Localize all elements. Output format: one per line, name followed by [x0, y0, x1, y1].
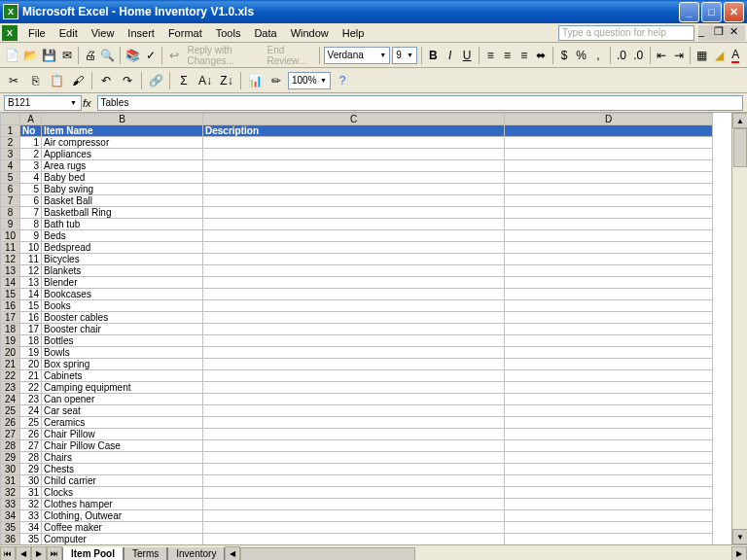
cell-item-name[interactable]: Bowls: [42, 347, 203, 359]
cell[interactable]: [505, 429, 713, 440]
cell[interactable]: [505, 172, 713, 184]
select-all-cell[interactable]: [1, 114, 20, 125]
cell-no[interactable]: 10: [20, 242, 42, 254]
spelling-icon[interactable]: ✓: [143, 46, 158, 65]
redo-icon[interactable]: ↷: [118, 71, 137, 90]
menu-edit[interactable]: Edit: [53, 25, 85, 41]
cell-item-name[interactable]: Basket Ball: [42, 195, 203, 207]
print-preview-icon[interactable]: 🔍: [99, 46, 116, 65]
cell[interactable]: [505, 254, 713, 265]
cell-description[interactable]: [203, 172, 505, 184]
cell-no[interactable]: 22: [20, 382, 42, 394]
hscroll-thumb[interactable]: [240, 547, 415, 561]
cell[interactable]: [505, 242, 713, 254]
cell-no[interactable]: 7: [20, 207, 42, 219]
cell-item-name[interactable]: Camping equipment: [42, 382, 203, 394]
cell[interactable]: [505, 359, 713, 370]
cell-description[interactable]: [203, 137, 505, 149]
bold-icon[interactable]: B: [426, 46, 441, 65]
row-header[interactable]: 7: [1, 195, 20, 207]
increase-indent-icon[interactable]: ⇥: [671, 46, 686, 65]
cell-item-name[interactable]: Area rugs: [42, 160, 203, 172]
cell-item-name[interactable]: Appliances: [42, 149, 203, 160]
cell-description[interactable]: [203, 359, 505, 370]
cell-description[interactable]: [203, 440, 505, 452]
cell-description[interactable]: [203, 487, 505, 499]
cell[interactable]: [505, 417, 713, 429]
cell[interactable]: [505, 265, 713, 277]
menu-tools[interactable]: Tools: [209, 25, 248, 41]
cell[interactable]: [505, 475, 713, 487]
cell-description[interactable]: [203, 370, 505, 382]
cell-no[interactable]: 26: [20, 429, 42, 440]
cell-item-name[interactable]: Bath tub: [42, 219, 203, 230]
cell-no[interactable]: 3: [20, 160, 42, 172]
row-header[interactable]: 2: [1, 137, 20, 149]
cell[interactable]: [505, 440, 713, 452]
cell-item-name[interactable]: Chests: [42, 464, 203, 475]
cell-item-name[interactable]: Bookcases: [42, 289, 203, 300]
cell-description[interactable]: [203, 265, 505, 277]
cell-description[interactable]: [203, 417, 505, 429]
row-header[interactable]: 23: [1, 382, 20, 394]
drawing-icon[interactable]: ✏: [267, 71, 286, 90]
cell-no[interactable]: 23: [20, 394, 42, 405]
spreadsheet-grid[interactable]: A B C D 1NoItem NameDescription21Air com…: [0, 113, 713, 544]
cell-item-name[interactable]: Booster cables: [42, 312, 203, 324]
row-header[interactable]: 34: [1, 510, 20, 522]
scroll-thumb[interactable]: [733, 128, 747, 167]
cell-item-name[interactable]: Bottles: [42, 335, 203, 347]
font-size-select[interactable]: 9▼: [392, 47, 417, 64]
copy-icon[interactable]: ⎘: [25, 71, 45, 90]
cell-item-name[interactable]: Ceramics: [42, 417, 203, 429]
cell[interactable]: [505, 370, 713, 382]
cell-item-name[interactable]: Chairs: [42, 452, 203, 464]
maximize-button[interactable]: □: [701, 2, 722, 22]
cell-item-name[interactable]: Clocks: [42, 487, 203, 499]
row-header[interactable]: 13: [1, 265, 20, 277]
fx-icon[interactable]: fx: [83, 97, 91, 109]
undo-icon[interactable]: ↶: [96, 71, 116, 90]
cell-description[interactable]: [203, 230, 505, 242]
row-header[interactable]: 10: [1, 230, 20, 242]
cell-description[interactable]: [203, 312, 505, 324]
row-header[interactable]: 3: [1, 149, 20, 160]
cell-description[interactable]: [203, 335, 505, 347]
align-left-icon[interactable]: ≡: [482, 46, 497, 65]
cell-item-name[interactable]: Clothes hamper: [42, 499, 203, 510]
cell-no[interactable]: 32: [20, 499, 42, 510]
cell-description[interactable]: [203, 522, 505, 534]
cell[interactable]: [505, 300, 713, 312]
cell-no[interactable]: 8: [20, 219, 42, 230]
sheet-tab-terms[interactable]: Terms: [124, 547, 167, 561]
cell-description[interactable]: [203, 277, 505, 289]
cell[interactable]: [505, 464, 713, 475]
row-header[interactable]: 28: [1, 440, 20, 452]
cell-item-name[interactable]: Blender: [42, 277, 203, 289]
cell[interactable]: [505, 347, 713, 359]
cell-description[interactable]: [203, 510, 505, 522]
cell-description[interactable]: [203, 499, 505, 510]
row-header[interactable]: 5: [1, 172, 20, 184]
merge-icon[interactable]: ⬌: [533, 46, 548, 65]
print-icon[interactable]: 🖨: [83, 46, 97, 65]
italic-icon[interactable]: I: [443, 46, 457, 65]
header-cell-item-name[interactable]: Item Name: [42, 125, 203, 137]
cell[interactable]: [505, 335, 713, 347]
cell-item-name[interactable]: Chair Pillow Case: [42, 440, 203, 452]
row-header[interactable]: 22: [1, 370, 20, 382]
cell-description[interactable]: [203, 207, 505, 219]
open-icon[interactable]: 📂: [22, 46, 39, 65]
vertical-scrollbar[interactable]: ▲ ▼: [731, 113, 747, 544]
help-search-input[interactable]: Type a question for help: [558, 25, 694, 41]
row-header[interactable]: 21: [1, 359, 20, 370]
align-right-icon[interactable]: ≡: [516, 46, 531, 65]
row-header[interactable]: 11: [1, 242, 20, 254]
borders-icon[interactable]: ▦: [694, 46, 709, 65]
help-icon[interactable]: ?: [333, 71, 352, 90]
row-header[interactable]: 9: [1, 219, 20, 230]
cell[interactable]: [505, 394, 713, 405]
cell-description[interactable]: [203, 475, 505, 487]
cell-item-name[interactable]: Bicycles: [42, 254, 203, 265]
cell-description[interactable]: [203, 149, 505, 160]
